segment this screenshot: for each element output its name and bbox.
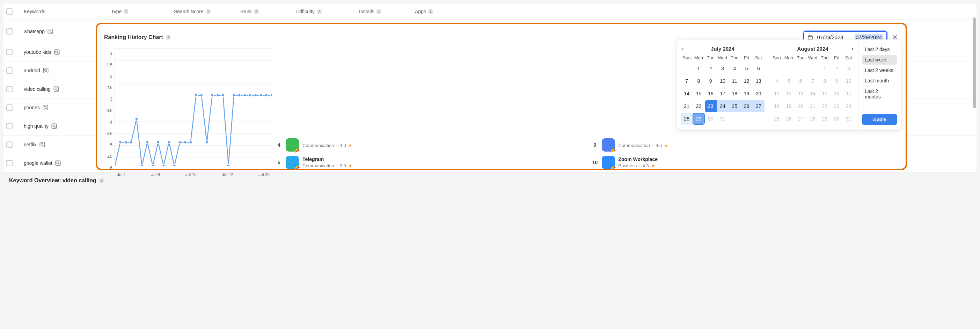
calendar-day[interactable]: 21 [681, 100, 692, 112]
calendar-day[interactable]: 24 [843, 100, 854, 112]
calendar-day[interactable]: 23 [705, 100, 717, 112]
row-checkbox[interactable] [6, 28, 13, 35]
calendar-day[interactable]: 1 [692, 62, 705, 75]
calendar-day[interactable]: 20 [795, 100, 807, 112]
calendar-day[interactable]: 9 [830, 75, 842, 87]
calendar-day[interactable]: 27 [752, 100, 765, 112]
calendar-day[interactable]: 24 [717, 100, 729, 112]
info-icon[interactable]: i [206, 9, 211, 14]
calendar-day[interactable]: 20 [752, 87, 765, 100]
row-checkbox[interactable] [6, 105, 13, 111]
calendar-day[interactable]: 6 [795, 75, 807, 87]
app-item[interactable]: 4 Communication·4.0★ [276, 138, 583, 152]
calendar-day[interactable]: 11 [771, 87, 783, 100]
apply-button[interactable]: Apply [862, 114, 897, 125]
calendar-day[interactable]: 28 [681, 113, 692, 125]
calendar-day[interactable]: 7 [681, 75, 692, 87]
keyword-search-icon[interactable] [53, 49, 60, 56]
calendar-day[interactable]: 28 [807, 113, 819, 125]
calendar-day[interactable]: 13 [795, 87, 807, 100]
info-icon[interactable]: i [124, 9, 129, 14]
keyword-search-icon[interactable] [47, 28, 54, 35]
calendar-day[interactable]: 30 [830, 113, 842, 125]
calendar-day[interactable]: 10 [717, 75, 729, 87]
calendar-day[interactable]: 11 [729, 75, 740, 87]
calendar-day[interactable]: 15 [819, 87, 830, 100]
info-icon[interactable]: i [317, 9, 322, 14]
calendar-day[interactable]: 16 [705, 87, 717, 100]
row-checkbox[interactable] [6, 49, 13, 55]
date-preset[interactable]: Last 2 months [862, 86, 897, 102]
row-checkbox[interactable] [6, 123, 13, 129]
calendar-day[interactable]: 1 [819, 62, 830, 75]
calendar-day[interactable]: 26 [740, 100, 752, 112]
calendar-day[interactable]: 8 [692, 75, 705, 87]
calendar-day[interactable]: 31 [717, 113, 729, 125]
row-checkbox[interactable] [6, 67, 13, 74]
calendar-day[interactable]: 29 [819, 113, 830, 125]
calendar-day[interactable]: 25 [771, 113, 783, 125]
scrollbar[interactable] [973, 17, 976, 108]
calendar-day[interactable]: 12 [783, 87, 795, 100]
calendar-day[interactable]: 29 [692, 113, 705, 125]
calendar-day[interactable] [771, 62, 783, 75]
app-item[interactable]: 9 Communication·4.5★ [592, 138, 899, 152]
calendar-day[interactable]: 22 [819, 100, 830, 112]
calendar-day[interactable]: 7 [807, 75, 819, 87]
calendar-day[interactable] [807, 62, 819, 75]
select-all-checkbox[interactable] [6, 8, 13, 15]
info-icon[interactable]: i [99, 178, 104, 183]
info-icon[interactable]: i [377, 9, 381, 14]
row-checkbox[interactable] [6, 86, 13, 92]
calendar-day[interactable] [752, 113, 765, 125]
info-icon[interactable]: i [254, 9, 259, 14]
keyword-search-icon[interactable] [53, 86, 60, 92]
calendar-day[interactable]: 21 [807, 100, 819, 112]
calendar-day[interactable]: 15 [692, 87, 705, 100]
calendar-day[interactable]: 3 [717, 62, 729, 75]
calendar-day[interactable]: 14 [681, 87, 692, 100]
calendar-day[interactable]: 25 [729, 100, 740, 112]
date-preset[interactable]: Last month [862, 76, 897, 86]
calendar-day[interactable]: 5 [783, 75, 795, 87]
date-preset[interactable]: Last 2 weeks [862, 65, 897, 75]
calendar-day[interactable]: 5 [740, 62, 752, 75]
calendar-day[interactable]: 4 [771, 75, 783, 87]
calendar-day[interactable]: 19 [783, 100, 795, 112]
keyword-search-icon[interactable] [42, 104, 49, 111]
row-checkbox[interactable] [6, 160, 13, 166]
calendar-day[interactable]: 4 [729, 62, 740, 75]
calendar-day[interactable]: 8 [819, 75, 830, 87]
calendar-day[interactable]: 9 [705, 75, 717, 87]
app-item[interactable]: 5 Telegram Communication·3.9★ [276, 156, 583, 169]
calendar-day[interactable] [795, 62, 807, 75]
date-preset[interactable]: Last week [862, 55, 897, 65]
next-month-icon[interactable]: › [851, 46, 853, 51]
calendar-day[interactable] [783, 62, 795, 75]
calendar-day[interactable] [729, 113, 740, 125]
keyword-search-icon[interactable] [39, 141, 46, 148]
calendar-day[interactable]: 13 [752, 75, 765, 87]
calendar-day[interactable]: 3 [843, 62, 854, 75]
app-item[interactable]: 10 Zoom Workplace Business·4.3★ [592, 156, 899, 169]
calendar-day[interactable]: 26 [783, 113, 795, 125]
calendar-day[interactable] [681, 62, 692, 75]
calendar-day[interactable]: 17 [717, 87, 729, 100]
row-checkbox[interactable] [6, 141, 13, 148]
info-icon[interactable]: i [166, 35, 171, 40]
calendar-day[interactable]: 22 [692, 100, 705, 112]
calendar-day[interactable]: 2 [705, 62, 717, 75]
calendar-day[interactable]: 6 [752, 62, 765, 75]
prev-month-icon[interactable]: ‹ [682, 46, 684, 51]
calendar-day[interactable]: 12 [740, 75, 752, 87]
calendar-day[interactable]: 10 [843, 75, 854, 87]
calendar-day[interactable]: 16 [830, 87, 842, 100]
date-preset[interactable]: Last 2 days [862, 45, 897, 54]
calendar-day[interactable]: 30 [705, 113, 717, 125]
calendar-day[interactable]: 19 [740, 87, 752, 100]
keyword-search-icon[interactable] [51, 122, 57, 130]
keyword-search-icon[interactable] [54, 160, 62, 167]
keyword-search-icon[interactable] [42, 67, 49, 74]
calendar-day[interactable]: 17 [843, 87, 854, 100]
info-icon[interactable]: i [428, 9, 433, 14]
